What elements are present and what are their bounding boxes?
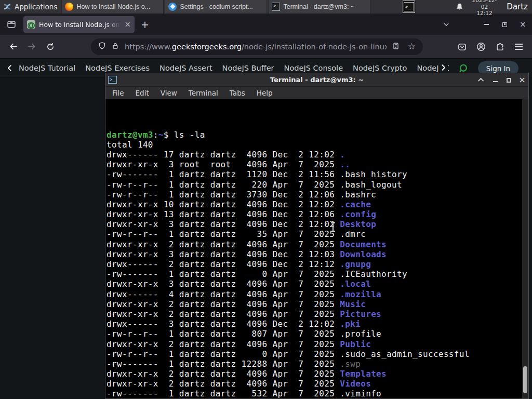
terminal-minimize-icon[interactable] bbox=[492, 77, 498, 83]
terminal-line: drwxr-xr-x 3 dartz dartz 4096 Dec 2 12:0… bbox=[107, 249, 528, 259]
top-panel: Applications How to Install Node.js o...… bbox=[0, 0, 532, 14]
terminal-line: dartz@vm3:~$ ls -la bbox=[107, 130, 528, 140]
terminal-output[interactable]: dartz@vm3:~$ ls -latotal 140drwx------ 1… bbox=[105, 99, 528, 398]
reader-view-icon[interactable] bbox=[392, 42, 400, 52]
tab-bar: How to Install Node.js on × + × bbox=[0, 14, 532, 35]
terminal-shade-icon[interactable] bbox=[478, 77, 485, 83]
site-nav-link[interactable]: NodeJS Tutorial bbox=[19, 64, 75, 72]
terminal-menu-item[interactable]: Tabs bbox=[224, 89, 251, 97]
taskbar-window-button[interactable]: How to Install Node.js o... bbox=[61, 0, 164, 14]
terminal-menu-item[interactable]: Help bbox=[251, 89, 278, 97]
back-icon[interactable] bbox=[5, 39, 21, 55]
terminal-tray-icon[interactable]: >_ bbox=[403, 1, 415, 13]
terminal-icon: >_ bbox=[108, 76, 117, 84]
terminal-line: drwxr-xr-x 2 dartz dartz 4096 Apr 7 2025… bbox=[107, 369, 528, 379]
clock[interactable]: 2025-12-02 12:12 bbox=[471, 0, 499, 17]
pocket-save-icon[interactable] bbox=[458, 35, 467, 59]
terminal-menu-item[interactable]: File bbox=[107, 89, 130, 97]
terminal-menu-item[interactable]: View bbox=[155, 89, 183, 97]
window-app-icon bbox=[272, 3, 280, 11]
terminal-line: -rw-r--r-- 1 dartz dartz 220 Apr 7 2025 … bbox=[107, 180, 528, 190]
terminal-title: Terminal - dartz@vm3: ~ bbox=[105, 76, 528, 84]
url-text: https://www.geeksforgeeks.org/node-js/in… bbox=[125, 43, 387, 51]
nav-scroll-left-icon[interactable] bbox=[6, 64, 14, 72]
terminal-line: drwxr-xr-x 3 root root 4096 Apr 7 2025 .… bbox=[107, 159, 528, 169]
user-name[interactable]: Dartz bbox=[507, 2, 528, 11]
mouse-cursor-ibeam bbox=[330, 222, 336, 232]
lock-icon[interactable] bbox=[112, 42, 119, 52]
terminal-line: drwxr-xr-x 2 dartz dartz 4096 Apr 7 2025… bbox=[107, 339, 528, 349]
list-all-tabs-icon[interactable] bbox=[443, 14, 449, 35]
terminal-line: drwxr-xr-x 13 dartz dartz 4096 Dec 2 12:… bbox=[107, 209, 528, 219]
url-bar[interactable]: https://www.geeksforgeeks.org/node-js/in… bbox=[91, 38, 423, 55]
terminal-line: -rw------- 1 dartz dartz 12288 Apr 7 202… bbox=[107, 359, 528, 369]
site-nav-link[interactable]: NodeJS Console bbox=[284, 64, 343, 72]
site-nav-link[interactable]: NodeJS Buffer bbox=[222, 64, 274, 72]
menu-hamburger-icon[interactable] bbox=[515, 35, 523, 59]
window-title-label: Settings - codium script... bbox=[180, 3, 252, 10]
terminal-line: -rw-r--r-- 1 dartz dartz 3730 Dec 2 12:0… bbox=[107, 190, 528, 200]
terminal-line: -rw------- 1 dartz dartz 1120 Dec 2 11:5… bbox=[107, 169, 528, 179]
browser-tab[interactable]: How to Install Node.js on × bbox=[23, 16, 135, 33]
window-title-label: Terminal - dartz@vm3: ~ bbox=[283, 3, 354, 10]
taskbar-window-button[interactable]: Terminal - dartz@vm3: ~ bbox=[268, 0, 370, 14]
terminal-line: drwxr-xr-x 2 dartz dartz 4096 Apr 7 2025… bbox=[107, 309, 528, 319]
window-close-icon[interactable]: × bbox=[520, 14, 526, 35]
site-nav-link[interactable]: NodeJS Crypto bbox=[353, 64, 407, 72]
terminal-line: -rw-r--r-- 1 dartz dartz 807 Apr 7 2025 … bbox=[107, 329, 528, 339]
window-maximize-icon[interactable] bbox=[502, 14, 507, 35]
window-title-label: How to Install Node.js o... bbox=[76, 3, 150, 10]
firefox-view-icon[interactable] bbox=[7, 20, 16, 29]
geeksforgeeks-favicon bbox=[27, 20, 35, 29]
extensions-puzzle-icon[interactable] bbox=[496, 35, 504, 59]
applications-label: Applications bbox=[15, 3, 57, 11]
terminal-line: drwxr-xr-x 3 dartz dartz 4096 Dec 2 12:0… bbox=[107, 219, 528, 229]
taskbar-window-button[interactable]: Settings - codium script... bbox=[165, 0, 267, 14]
window-app-icon bbox=[65, 3, 73, 11]
terminal-menu-item[interactable]: Edit bbox=[130, 89, 155, 97]
terminal-line: -rw-r--r-- 1 dartz dartz 35 Apr 7 2025 .… bbox=[107, 229, 528, 239]
terminal-line: drwx------ 17 dartz dartz 4096 Dec 2 12:… bbox=[107, 150, 528, 159]
reload-icon[interactable] bbox=[43, 39, 58, 55]
terminal-line: -rw------- 1 dartz dartz 0 Apr 7 2025 .I… bbox=[107, 269, 528, 279]
system-tray: >_ 2025-12-02 12:12 Dartz bbox=[371, 0, 532, 14]
terminal-scrollbar-thumb[interactable] bbox=[523, 366, 527, 393]
terminal-line: total 140 bbox=[107, 140, 528, 150]
account-icon[interactable] bbox=[476, 35, 486, 59]
notification-bell-icon[interactable] bbox=[456, 3, 463, 11]
clock-time: 12:12 bbox=[471, 10, 499, 17]
terminal-maximize-icon[interactable] bbox=[506, 77, 512, 83]
nav-scroll-right-icon[interactable] bbox=[438, 63, 448, 72]
terminal-line: -rw-r--r-- 1 dartz dartz 0 Apr 7 2025 .s… bbox=[107, 349, 528, 359]
terminal-line: drwx------ 4 dartz dartz 4096 Apr 7 2025… bbox=[107, 289, 528, 299]
terminal-line: drwxr-xr-x 2 dartz dartz 4096 Apr 7 2025… bbox=[107, 379, 528, 389]
terminal-menu-item[interactable]: Terminal bbox=[183, 89, 224, 97]
forward-icon[interactable] bbox=[24, 39, 39, 55]
window-minimize-icon[interactable] bbox=[484, 14, 489, 35]
terminal-close-icon[interactable]: × bbox=[519, 77, 525, 83]
terminal-line: drwx------ 2 dartz dartz 4096 Dec 2 12:1… bbox=[107, 259, 528, 269]
terminal-line: drwxr-xr-x 3 dartz dartz 4096 Apr 7 2025… bbox=[107, 279, 528, 289]
site-nav-link[interactable]: NodeJS Exercises bbox=[85, 64, 150, 72]
terminal-line: -rw------- 1 dartz dartz 532 Apr 7 2025 … bbox=[107, 389, 528, 398]
desktop: Applications How to Install Node.js o...… bbox=[0, 0, 532, 399]
tab-close-icon[interactable]: × bbox=[124, 21, 131, 29]
new-tab-button[interactable]: + bbox=[141, 19, 149, 30]
terminal-titlebar[interactable]: >_ Terminal - dartz@vm3: ~ × bbox=[105, 73, 528, 87]
bookmark-star-icon[interactable]: ☆ bbox=[408, 42, 416, 52]
terminal-scrollbar[interactable] bbox=[522, 99, 528, 398]
window-app-icon bbox=[168, 3, 177, 11]
applications-menu[interactable]: Applications bbox=[0, 0, 61, 14]
taskbar: How to Install Node.js o... Settings - c… bbox=[61, 0, 371, 14]
terminal-menubar: FileEditViewTerminalTabsHelp bbox=[105, 87, 528, 99]
terminal-line: drwxr-xr-x 2 dartz dartz 4096 Apr 7 2025… bbox=[107, 299, 528, 309]
terminal-line: drwxr-xr-x 10 dartz dartz 4096 Dec 2 12:… bbox=[107, 200, 528, 209]
site-nav-link[interactable]: NodeJS Assert bbox=[159, 64, 212, 72]
distro-logo-icon bbox=[3, 3, 11, 11]
browser-toolbar: https://www.geeksforgeeks.org/node-js/in… bbox=[0, 35, 532, 59]
shield-icon[interactable] bbox=[98, 42, 106, 52]
terminal-window: >_ Terminal - dartz@vm3: ~ × FileEditVie… bbox=[105, 73, 529, 399]
tab-title: How to Install Node.js on bbox=[39, 21, 121, 29]
clock-date: 2025-12-02 bbox=[471, 0, 499, 10]
terminal-line: drwxr-xr-x 2 dartz dartz 4096 Apr 7 2025… bbox=[107, 240, 528, 249]
